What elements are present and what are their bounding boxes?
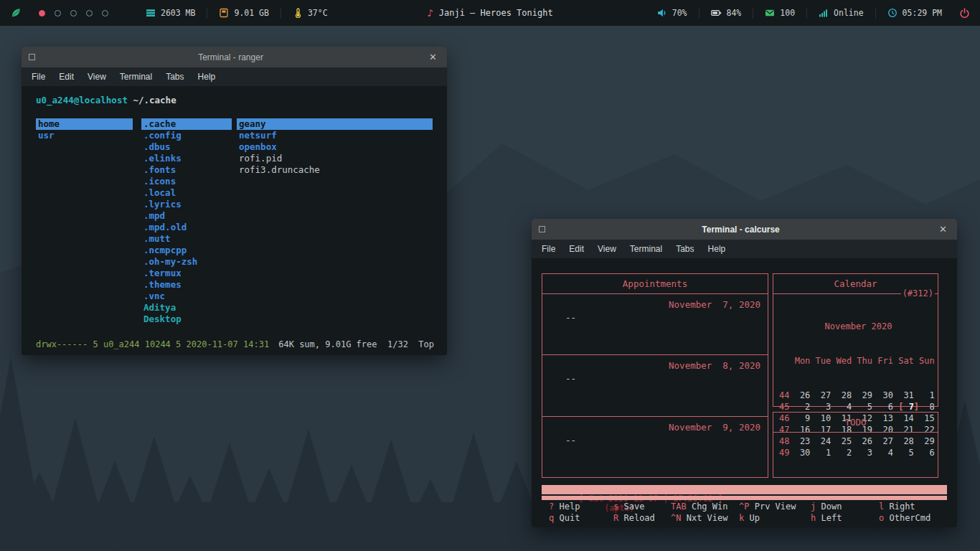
ranger-titlebar[interactable]: Terminal - ranger ✕ bbox=[22, 47, 447, 67]
menu-view[interactable]: View bbox=[88, 72, 106, 82]
file-item[interactable]: .mpd bbox=[141, 210, 232, 222]
ranger-columns: homeusr .cache.config.dbus.elinks.fonts.… bbox=[36, 118, 433, 325]
calendar-month: November 2020 bbox=[779, 321, 938, 332]
window-menu-icon[interactable] bbox=[29, 54, 35, 60]
network-icon bbox=[819, 8, 829, 18]
file-item[interactable]: .fonts bbox=[141, 164, 232, 176]
selected-day: 7 bbox=[903, 402, 913, 412]
file-item[interactable]: .config bbox=[141, 130, 232, 141]
topbar-item-thermometer[interactable]: 37°C bbox=[281, 0, 339, 26]
mail-icon bbox=[765, 8, 775, 18]
disk-free-info: 64K sum, 9.01G free 1/32 Top bbox=[278, 339, 434, 349]
keybind-nxt-view: ^N Nxt View bbox=[671, 512, 739, 524]
workspace-3[interactable] bbox=[70, 10, 77, 17]
file-item[interactable]: geany bbox=[237, 118, 433, 130]
workspace-2[interactable] bbox=[55, 10, 61, 17]
ranger-parent-column: homeusr bbox=[36, 118, 133, 325]
file-item[interactable]: .themes bbox=[141, 279, 232, 291]
workspace-5[interactable] bbox=[102, 10, 108, 17]
keybind-othercmd: o OtherCmd bbox=[879, 512, 950, 524]
battery-icon bbox=[711, 8, 722, 18]
file-item[interactable]: usr bbox=[36, 130, 133, 141]
topbar-value: 37°C bbox=[308, 8, 328, 18]
menu-terminal[interactable]: Terminal bbox=[120, 72, 152, 82]
file-item[interactable]: Aditya bbox=[141, 302, 232, 314]
menu-terminal[interactable]: Terminal bbox=[630, 244, 662, 254]
topbar-item-battery[interactable]: 84% bbox=[699, 0, 753, 26]
close-icon[interactable]: ✕ bbox=[426, 51, 440, 63]
menu-help[interactable]: Help bbox=[198, 72, 216, 82]
keybind-save: s Save bbox=[613, 501, 671, 512]
calcurse-terminal[interactable]: Appointments November 7, 2020--November … bbox=[532, 258, 957, 527]
workspace-4[interactable] bbox=[86, 10, 93, 17]
now-playing-title: Janji – Heroes Tonight bbox=[439, 8, 553, 18]
ranger-menubar: FileEditViewTerminalTabsHelp bbox=[22, 67, 447, 86]
file-item[interactable]: openbox bbox=[237, 141, 433, 153]
file-item[interactable]: .termux bbox=[141, 268, 232, 279]
topbar-item-volume[interactable]: 70% bbox=[646, 0, 699, 26]
close-icon[interactable]: ✕ bbox=[936, 223, 950, 235]
ranger-window-title: Terminal - ranger bbox=[35, 52, 426, 62]
topbar-value: 100 bbox=[780, 8, 795, 18]
keybind-right: l Right bbox=[879, 501, 950, 512]
topbar-item-memory[interactable]: 2603 MB bbox=[134, 0, 207, 26]
topbar-stats: 2603 MB9.01 GB37°C bbox=[134, 0, 339, 26]
window-ranger: Terminal - ranger ✕ FileEditViewTerminal… bbox=[22, 47, 447, 355]
window-menu-icon[interactable] bbox=[539, 226, 545, 232]
keybind-chg-win: TAB Chg Win bbox=[671, 501, 739, 512]
appointment-date: November 8, 2020 bbox=[669, 360, 760, 371]
ranger-preview-column: geanynetsurfopenboxrofi.pidrofi3.druncac… bbox=[237, 118, 433, 325]
appointment-date: November 9, 2020 bbox=[669, 422, 760, 433]
volume-icon bbox=[657, 8, 667, 18]
file-item[interactable]: rofi3.druncache bbox=[237, 164, 433, 176]
topbar-item-network[interactable]: Online bbox=[807, 0, 875, 26]
launcher-logo[interactable] bbox=[10, 7, 22, 19]
menu-file[interactable]: File bbox=[32, 72, 45, 82]
ranger-statusbar: drwx------ 5 u0_a244 10244 5 2020-11-07 … bbox=[36, 339, 434, 349]
file-item[interactable]: .dbus bbox=[141, 141, 232, 153]
calcurse-statusbar-2 bbox=[542, 496, 947, 500]
menu-help[interactable]: Help bbox=[708, 244, 726, 254]
leaf-icon bbox=[10, 7, 22, 19]
appointment-section: November 9, 2020-- bbox=[542, 416, 768, 477]
appointment-entry: -- bbox=[565, 312, 576, 323]
file-item[interactable]: .cache bbox=[141, 118, 232, 130]
calcurse-titlebar[interactable]: Terminal - calcurse ✕ bbox=[532, 219, 957, 240]
file-item[interactable]: .lyrics bbox=[141, 199, 232, 210]
ranger-current-column: .cache.config.dbus.elinks.fonts.icons.lo… bbox=[141, 118, 232, 325]
topbar-value: 84% bbox=[727, 8, 742, 18]
appointments-panel: Appointments November 7, 2020--November … bbox=[542, 273, 768, 478]
workspace-1[interactable] bbox=[39, 10, 45, 17]
topbar-item-storage[interactable]: 9.01 GB bbox=[207, 0, 280, 26]
shell-prompt: u0_a244@localhost ~/.cache bbox=[36, 95, 433, 105]
file-item[interactable]: home bbox=[36, 118, 133, 130]
file-item[interactable]: .ncmpcpp bbox=[141, 245, 232, 256]
file-item[interactable]: .vnc bbox=[141, 291, 232, 302]
topbar-item-mail[interactable]: 100 bbox=[753, 0, 806, 26]
now-playing[interactable]: ♪ Janji – Heroes Tonight bbox=[427, 7, 552, 19]
file-item[interactable]: .elinks bbox=[141, 153, 232, 164]
ranger-terminal[interactable]: u0_a244@localhost ~/.cache homeusr .cach… bbox=[22, 86, 447, 355]
menu-edit[interactable]: Edit bbox=[569, 244, 584, 254]
file-item[interactable]: Desktop bbox=[141, 314, 232, 325]
appointment-date: November 7, 2020 bbox=[669, 299, 760, 310]
appointment-sections: November 7, 2020--November 8, 2020--Nove… bbox=[542, 294, 768, 477]
power-button[interactable] bbox=[953, 0, 980, 26]
file-item[interactable]: .mpd.old bbox=[141, 222, 232, 233]
topbar-value: Online bbox=[834, 8, 864, 18]
menu-edit[interactable]: Edit bbox=[59, 72, 74, 82]
keybind-rows: ? Helps SaveTAB Chg Win^P Prv Viewj Down… bbox=[549, 501, 950, 524]
menu-file[interactable]: File bbox=[542, 244, 555, 254]
file-item[interactable]: .oh-my-zsh bbox=[141, 256, 232, 268]
topbar-item-clock[interactable]: 05:29 PM bbox=[876, 0, 953, 26]
keybind-help: ? Help bbox=[549, 501, 613, 512]
menu-view[interactable]: View bbox=[598, 244, 616, 254]
file-item[interactable]: .mutt bbox=[141, 233, 232, 245]
file-item[interactable]: netsurf bbox=[237, 130, 433, 141]
menu-tabs[interactable]: Tabs bbox=[676, 244, 694, 254]
menu-tabs[interactable]: Tabs bbox=[166, 72, 184, 82]
file-item[interactable]: rofi.pid bbox=[237, 153, 433, 164]
file-item[interactable]: .icons bbox=[141, 176, 232, 187]
file-item[interactable]: .local bbox=[141, 187, 232, 199]
clock-icon bbox=[887, 8, 897, 18]
